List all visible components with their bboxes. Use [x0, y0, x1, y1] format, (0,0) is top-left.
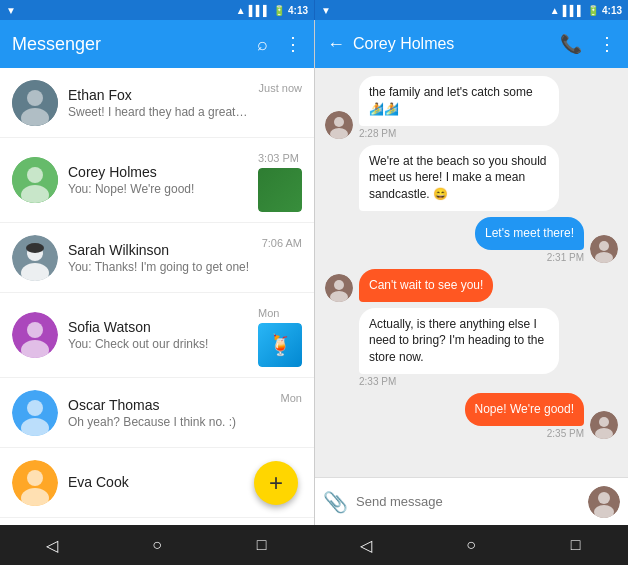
back-nav-button-right[interactable]: ◁	[350, 529, 382, 561]
left-signal-bars: ▌▌▌	[249, 5, 270, 16]
conversation-list: Ethan Fox Sweet! I heard they had a grea…	[0, 68, 314, 525]
recent-nav-button[interactable]: □	[246, 529, 278, 561]
left-signal-icon: ▼	[6, 5, 16, 16]
svg-point-29	[599, 417, 609, 427]
compose-fab[interactable]: +	[254, 461, 298, 505]
app-title: Messenger	[12, 34, 249, 55]
list-item[interactable]: Sarah Wilkinson You: Thanks! I'm going t…	[0, 223, 314, 293]
conv-info: Sofia Watson You: Check out our drinks!	[68, 319, 248, 351]
msg-time: 2:35 PM	[547, 428, 584, 439]
right-signal-bars: ▌▌▌	[563, 5, 584, 16]
left-header: Messenger ⌕ ⋮	[0, 20, 314, 68]
right-signal-icon: ▼	[321, 5, 331, 16]
conv-name: Sofia Watson	[68, 319, 248, 335]
msg-content: the family and let's catch some 🏄🏄 2:28 …	[359, 76, 559, 139]
conv-info: Ethan Fox Sweet! I heard they had a grea…	[68, 87, 249, 119]
conv-thumbnail: 🍹	[258, 323, 302, 367]
chat-contact-name: Corey Holmes	[353, 35, 552, 53]
list-item[interactable]: Ethan Fox Sweet! I heard they had a grea…	[0, 68, 314, 138]
right-header-icons: 📞 ⋮	[560, 33, 616, 55]
chat-messages: the family and let's catch some 🏄🏄 2:28 …	[315, 68, 628, 477]
conv-time: Just now	[259, 82, 302, 94]
msg-bubble: Nope! We're good!	[465, 393, 584, 426]
conv-preview: You: Check out our drinks!	[68, 337, 248, 351]
back-icon[interactable]: ←	[327, 34, 345, 55]
svg-point-14	[27, 400, 43, 416]
msg-bubble: the family and let's catch some 🏄🏄	[359, 76, 559, 126]
conv-info: Corey Holmes You: Nope! We're good!	[68, 164, 248, 196]
conv-name: Ethan Fox	[68, 87, 249, 103]
bottom-nav: ◁ ○ □ ◁ ○ □	[0, 525, 628, 565]
home-nav-button[interactable]: ○	[141, 529, 173, 561]
right-wifi-icon: ▲	[550, 5, 560, 16]
right-battery-icon: 🔋	[587, 5, 599, 16]
conversation-list-panel: Messenger ⌕ ⋮ Etha	[0, 20, 314, 525]
home-nav-button-right[interactable]: ○	[455, 529, 487, 561]
recent-nav-button-right[interactable]: □	[560, 529, 592, 561]
avatar	[12, 460, 58, 506]
table-row: Nope! We're good! 2:35 PM	[325, 393, 618, 439]
conv-thumbnail	[258, 168, 302, 212]
avatar	[12, 312, 58, 358]
left-time: 4:13	[288, 5, 308, 16]
list-item[interactable]: Oscar Thomas Oh yeah? Because I think no…	[0, 378, 314, 448]
call-icon[interactable]: 📞	[560, 33, 582, 55]
message-input[interactable]	[356, 494, 580, 509]
svg-point-9	[26, 243, 44, 253]
msg-content: We're at the beach so you should meet us…	[359, 145, 559, 211]
left-nav: ◁ ○ □	[0, 525, 314, 565]
right-status-right: ▲ ▌▌▌ 🔋 4:13	[550, 5, 622, 16]
table-row: the family and let's catch some 🏄🏄 2:28 …	[325, 76, 618, 139]
avatar	[325, 274, 353, 302]
avatar	[590, 235, 618, 263]
attach-icon[interactable]: 📎	[323, 490, 348, 514]
left-battery-icon: 🔋	[273, 5, 285, 16]
conv-name: Oscar Thomas	[68, 397, 271, 413]
msg-content: Let's meet there! 2:31 PM	[475, 217, 584, 263]
list-item[interactable]: Sofia Watson You: Check out our drinks! …	[0, 293, 314, 378]
msg-content: Actually, is there anything else I need …	[359, 308, 559, 387]
chat-input-area: 📎	[315, 477, 628, 525]
svg-point-17	[27, 470, 43, 486]
avatar	[12, 235, 58, 281]
table-row: Let's meet there! 2:31 PM	[325, 217, 618, 263]
conv-time: 7:06 AM	[262, 237, 302, 249]
more-options-icon[interactable]: ⋮	[284, 33, 302, 55]
svg-point-32	[598, 492, 610, 504]
conv-name: Corey Holmes	[68, 164, 248, 180]
msg-time: 2:28 PM	[359, 128, 559, 139]
conv-preview: Oh yeah? Because I think no. :)	[68, 415, 271, 429]
msg-bubble: Can't wait to see you!	[359, 269, 493, 302]
conv-preview: Sweet! I heard they had a great time ove…	[68, 105, 249, 119]
msg-time: 2:31 PM	[547, 252, 584, 263]
table-row: Actually, is there anything else I need …	[325, 308, 618, 387]
conv-time: Mon	[281, 392, 302, 404]
msg-bubble: Actually, is there anything else I need …	[359, 308, 559, 374]
more-options-icon[interactable]: ⋮	[598, 33, 616, 55]
avatar	[12, 390, 58, 436]
svg-point-4	[27, 167, 43, 183]
right-nav: ◁ ○ □	[314, 525, 628, 565]
left-header-icons: ⌕ ⋮	[257, 33, 302, 55]
left-status-right: ▲ ▌▌▌ 🔋 4:13	[236, 5, 308, 16]
search-icon[interactable]: ⌕	[257, 34, 268, 55]
conv-time: 3:03 PM	[258, 152, 299, 164]
svg-point-23	[599, 241, 609, 251]
conv-info: Oscar Thomas Oh yeah? Because I think no…	[68, 397, 271, 429]
svg-point-11	[27, 322, 43, 338]
right-status-left: ▼	[321, 5, 331, 16]
right-time: 4:13	[602, 5, 622, 16]
svg-point-26	[334, 280, 344, 290]
svg-point-20	[334, 117, 344, 127]
conv-info: Sarah Wilkinson You: Thanks! I'm going t…	[68, 242, 252, 274]
avatar	[12, 157, 58, 203]
conv-name: Sarah Wilkinson	[68, 242, 252, 258]
left-wifi-icon: ▲	[236, 5, 246, 16]
conversations-container: Ethan Fox Sweet! I heard they had a grea…	[0, 68, 314, 525]
list-item[interactable]: Corey Holmes You: Nope! We're good! 3:03…	[0, 138, 314, 223]
conv-time: Mon	[258, 307, 279, 319]
table-row: We're at the beach so you should meet us…	[325, 145, 618, 211]
conv-preview: You: Nope! We're good!	[68, 182, 248, 196]
back-nav-button[interactable]: ◁	[36, 529, 68, 561]
svg-point-1	[27, 90, 43, 106]
